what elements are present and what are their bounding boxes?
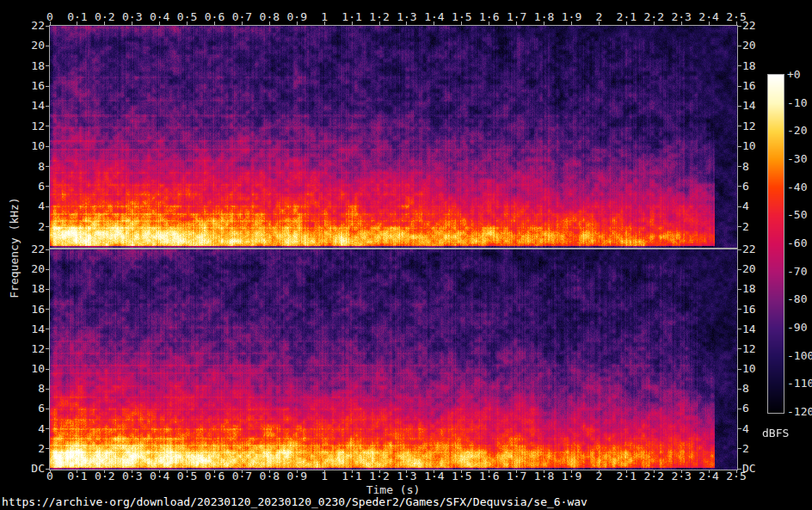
time-tick-mark bbox=[626, 22, 627, 25]
freq-tick-mark bbox=[46, 206, 49, 207]
freq-tick-mark bbox=[738, 369, 741, 370]
freq-tick-mark bbox=[46, 428, 49, 429]
time-tick-mark bbox=[599, 22, 600, 25]
time-tick-mark bbox=[159, 470, 160, 473]
time-tick-mark bbox=[544, 22, 544, 25]
freq-tick-label: 4 bbox=[742, 200, 749, 212]
time-tick-mark bbox=[681, 470, 682, 473]
time-tick-mark bbox=[406, 470, 407, 473]
time-axis-title: Time (s) bbox=[366, 484, 421, 496]
spectrogram-channel-2 bbox=[50, 249, 737, 470]
freq-tick-label: 10 bbox=[9, 363, 45, 375]
time-tick-mark bbox=[489, 470, 489, 473]
freq-tick-mark bbox=[738, 348, 741, 349]
freq-tick-label: 20 bbox=[9, 40, 45, 52]
freq-tick-mark bbox=[738, 269, 741, 270]
freq-tick-mark bbox=[46, 46, 49, 46]
freq-tick-label: 6 bbox=[742, 181, 749, 193]
freq-tick-mark bbox=[46, 269, 49, 270]
time-tick-mark bbox=[50, 470, 51, 473]
dbfs-unit-label: dBFS bbox=[762, 427, 789, 439]
time-tick-mark bbox=[379, 470, 380, 473]
time-tick-mark bbox=[132, 22, 132, 25]
time-tick-mark bbox=[434, 22, 434, 25]
time-tick-mark bbox=[461, 22, 462, 25]
time-tick-mark bbox=[544, 470, 544, 473]
dbfs-tick-label: -80 bbox=[787, 293, 807, 305]
time-tick-mark bbox=[516, 22, 517, 25]
time-tick-mark bbox=[489, 22, 489, 25]
freq-tick-mark bbox=[46, 289, 49, 290]
freq-tick-label: 2 bbox=[742, 443, 749, 455]
freq-tick-mark bbox=[738, 249, 741, 250]
time-tick-mark bbox=[571, 470, 572, 473]
freq-tick-mark bbox=[738, 448, 741, 449]
freq-tick-label: 12 bbox=[9, 120, 45, 132]
time-tick-mark bbox=[132, 470, 132, 473]
freq-tick-mark bbox=[46, 106, 49, 107]
freq-tick-label: 8 bbox=[9, 383, 45, 395]
freq-tick-mark bbox=[738, 289, 741, 290]
freq-tick-mark bbox=[738, 409, 741, 409]
time-tick-mark bbox=[324, 22, 325, 25]
dbfs-tick-label: -60 bbox=[787, 237, 807, 249]
freq-tick-mark bbox=[46, 26, 49, 27]
freq-tick-mark bbox=[46, 448, 49, 449]
freq-tick-mark bbox=[46, 226, 49, 227]
time-tick-mark bbox=[159, 22, 160, 25]
freq-tick-label: 10 bbox=[742, 140, 756, 152]
freq-tick-mark bbox=[46, 409, 49, 409]
spectrogram-channel-1 bbox=[50, 26, 737, 248]
dbfs-tick-label: +0 bbox=[787, 69, 801, 81]
freq-tick-label: 12 bbox=[742, 120, 756, 132]
freq-tick-mark bbox=[46, 186, 49, 187]
dbfs-tick-label: -100 bbox=[787, 350, 812, 362]
dbfs-tick-label: -50 bbox=[787, 209, 807, 221]
time-tick-mark bbox=[736, 470, 737, 473]
time-tick-mark bbox=[324, 470, 325, 473]
time-tick-mark bbox=[104, 22, 105, 25]
freq-tick-mark bbox=[738, 126, 741, 126]
freq-tick-mark bbox=[738, 46, 741, 46]
freq-tick-mark bbox=[46, 309, 49, 310]
freq-tick-label: 8 bbox=[742, 383, 749, 395]
freq-tick-label: 4 bbox=[742, 423, 749, 435]
freq-tick-label: 22 bbox=[742, 243, 756, 255]
freq-tick-mark bbox=[46, 249, 49, 250]
dbfs-tick-label: -30 bbox=[787, 153, 807, 165]
freq-tick-label: 8 bbox=[9, 161, 45, 173]
time-tick-mark bbox=[736, 22, 737, 25]
freq-tick-mark bbox=[738, 166, 741, 167]
freq-tick-mark bbox=[738, 86, 741, 87]
time-tick-mark bbox=[214, 470, 215, 473]
time-tick-mark bbox=[242, 470, 243, 473]
time-tick-mark bbox=[379, 22, 380, 25]
freq-tick-label: 20 bbox=[742, 40, 756, 52]
time-tick-mark bbox=[599, 470, 600, 473]
dbfs-tick-label: -110 bbox=[787, 378, 812, 390]
freq-tick-mark bbox=[46, 369, 49, 370]
freq-tick-mark bbox=[738, 26, 741, 27]
colorbar-gradient bbox=[768, 75, 784, 413]
freq-tick-mark bbox=[46, 329, 49, 329]
freq-tick-mark bbox=[738, 106, 741, 107]
freq-tick-mark bbox=[46, 65, 49, 66]
time-tick-mark bbox=[681, 22, 682, 25]
freq-tick-label: DC bbox=[9, 463, 45, 475]
time-tick-mark bbox=[626, 470, 627, 473]
freq-tick-label: 6 bbox=[742, 402, 749, 415]
time-tick-mark bbox=[352, 470, 353, 473]
freq-tick-mark bbox=[738, 226, 741, 227]
time-tick-mark bbox=[654, 22, 655, 25]
time-tick-mark bbox=[654, 470, 655, 473]
freq-tick-label: 6 bbox=[9, 181, 45, 193]
dbfs-tick-label: -40 bbox=[787, 181, 807, 194]
freq-tick-label: 16 bbox=[742, 80, 756, 92]
freq-tick-label: 14 bbox=[742, 323, 756, 335]
time-tick-mark bbox=[269, 470, 270, 473]
freq-axis-title: Frequency (kHz) bbox=[9, 197, 21, 298]
freq-tick-label: 14 bbox=[9, 100, 45, 112]
freq-tick-label: 2 bbox=[9, 443, 45, 455]
freq-tick-label: 10 bbox=[9, 140, 45, 152]
freq-tick-label: 4 bbox=[9, 423, 45, 435]
